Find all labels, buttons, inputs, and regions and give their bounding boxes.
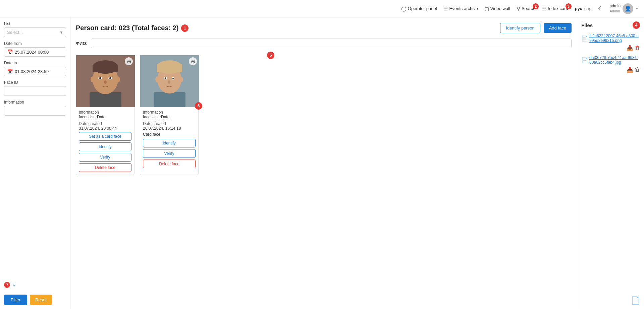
file-delete-row-2: 📥 🗑 [581, 67, 640, 73]
date-from-input[interactable] [15, 50, 70, 55]
face-id-input[interactable] [4, 86, 66, 96]
fio-row: ФИО: [76, 39, 572, 48]
top-navigation: ◯ Operator panel ☰ Events archive ▢ Vide… [0, 0, 644, 17]
calendar-icon: 📅 [7, 69, 13, 74]
date-to-wrapper: 📅 ✕ [4, 67, 66, 76]
fio-label: ФИО: [76, 41, 88, 46]
svg-point-24 [155, 76, 159, 82]
face-date-label-2: Date created [143, 121, 196, 126]
face-card-2: 6 [140, 55, 199, 175]
date-from-section: Date from 📅 ✕ [4, 41, 66, 57]
content-area: Person card: 023 (Total faces: 2) 1 Iden… [70, 17, 577, 309]
face-date-label-1: Date created [79, 121, 131, 126]
user-name-text: admin [609, 4, 621, 9]
face-info-2: Information facesUserData Date created 2… [140, 107, 198, 171]
user-menu[interactable]: admin Admin 👤 ▼ [609, 3, 639, 14]
search-nav[interactable]: ⚲ Search 2 [517, 6, 535, 11]
identify-person-button[interactable]: Identify person [500, 23, 540, 33]
lang-ru[interactable]: рус [575, 6, 582, 11]
badge-7: 7 [4, 282, 10, 288]
user-role-text: Admin [609, 9, 621, 13]
face-nav-icon-1[interactable]: ⊕ [125, 57, 133, 65]
face-id-label: Face ID [4, 80, 66, 85]
face-id-section: Face ID [4, 80, 66, 96]
svg-point-23 [168, 80, 170, 84]
face-image-2: ⊕ [140, 55, 199, 107]
list-section: List Select... ▼ [4, 21, 66, 37]
file-delete-icon-2[interactable]: 🗑 [635, 67, 640, 73]
search-badge: 2 [533, 3, 539, 9]
file-delete-row-1: 📥 🗑 [581, 45, 640, 51]
events-archive-nav[interactable]: ☰ Events archive [444, 6, 478, 11]
face-nav-icon-2[interactable]: ⊕ [189, 57, 197, 65]
add-file-icon[interactable]: 📄 [631, 296, 640, 305]
face-image-1: ⊕ [76, 55, 135, 107]
page-title: Person card: 023 (Total faces: 2) [76, 24, 178, 32]
sidebar: List Select... ▼ Date from 📅 ✕ Date to 📅… [0, 17, 70, 309]
file-link-2[interactable]: 6a33f728-7ac4-41aa-9931-60a02cc5fab4.jpg [589, 55, 640, 65]
fio-input[interactable] [91, 39, 572, 48]
card-face-label-2: Card face [143, 132, 196, 137]
date-from-wrapper: 📅 ✕ [4, 47, 66, 57]
filter-button[interactable]: Filter [4, 295, 27, 305]
svg-point-12 [116, 76, 120, 82]
clock-icon: ◯ [401, 6, 407, 11]
identify-button-1[interactable]: Identify [79, 142, 131, 151]
svg-point-7 [99, 77, 101, 79]
lang-en[interactable]: eng [584, 6, 592, 11]
list-icon: ☰ [444, 6, 448, 11]
information-input[interactable] [4, 106, 66, 116]
faces-grid: 5 [76, 55, 572, 175]
date-from-label: Date from [4, 41, 66, 46]
list-select[interactable]: Select... [4, 27, 66, 37]
avatar: 👤 [623, 3, 633, 14]
action-buttons: Filter Reset [4, 295, 66, 305]
delete-face-button-2[interactable]: Delete face [143, 160, 196, 168]
language-switcher: рус eng [575, 6, 592, 11]
file-download-icon-2[interactable]: 📥 [627, 67, 633, 73]
svg-rect-5 [93, 65, 118, 72]
verify-button-1[interactable]: Verify [79, 153, 131, 162]
svg-point-22 [172, 78, 174, 79]
theme-toggle-icon[interactable]: ☾ [598, 5, 603, 12]
verify-button-2[interactable]: Verify [143, 149, 196, 158]
badge-4: 4 [633, 21, 640, 29]
calendar-icon: 📅 [7, 49, 13, 55]
add-face-button[interactable]: Add face [544, 23, 572, 33]
list-label: List [4, 21, 66, 26]
files-title: Files [581, 22, 593, 28]
svg-point-25 [180, 77, 183, 82]
files-header: Files 4 [581, 21, 640, 29]
monitor-icon: ▢ [485, 6, 489, 11]
badge-6: 6 [195, 102, 202, 110]
face-date-value-1: 31.07.2024, 20:00:44 [79, 126, 131, 131]
set-card-face-button-1[interactable]: Set as a card face [79, 132, 131, 141]
file-link-1[interactable]: fc2c622f-2007-46c5-a800-c995d2e9921b.png [589, 34, 640, 43]
file-download-icon-1[interactable]: 📥 [627, 45, 633, 51]
file-item-1: 📄 fc2c622f-2007-46c5-a800-c995d2e9921b.p… [581, 34, 640, 43]
svg-point-20 [165, 77, 166, 79]
information-label: Information [4, 100, 66, 105]
reset-button[interactable]: Reset [30, 295, 52, 305]
chevron-down-icon: ▼ [635, 7, 639, 10]
date-to-input[interactable] [15, 69, 70, 74]
index-card-nav[interactable]: ☷ Index card 3 [542, 6, 568, 11]
filter-icon[interactable]: ▿ [13, 282, 15, 288]
list-select-wrapper: Select... ▼ [4, 27, 66, 37]
file-icon-1: 📄 [581, 35, 588, 42]
date-to-label: Date to [4, 61, 66, 65]
face-card-1: ⊕ Information facesUserData Date created… [76, 55, 135, 175]
search-icon: ⚲ [517, 6, 520, 11]
file-delete-icon-1[interactable]: 🗑 [635, 45, 640, 51]
header-actions: Identify person Add face [500, 23, 572, 33]
badge-1: 1 [181, 24, 189, 32]
svg-point-10 [104, 80, 107, 84]
face-info-value-2: facesUserData [143, 115, 196, 119]
svg-rect-1 [90, 92, 121, 107]
svg-rect-18 [157, 64, 182, 72]
identify-button-2[interactable]: Identify [143, 139, 196, 147]
operator-panel-nav[interactable]: ◯ Operator panel [401, 6, 437, 11]
video-wall-nav[interactable]: ▢ Video wall [485, 6, 510, 11]
delete-face-button-1[interactable]: Delete face [79, 163, 131, 172]
index-card-badge: 3 [566, 3, 572, 9]
